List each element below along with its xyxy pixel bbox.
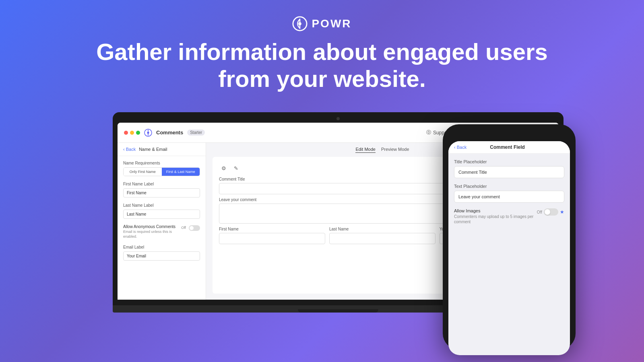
phone-images-toggle[interactable]: [544, 208, 558, 216]
only-first-btn[interactable]: Only First Name: [124, 168, 162, 176]
first-name-field-label: First Name Label: [123, 182, 200, 186]
allow-anonymous-group: Allow Anonymous Comments Email is requir…: [123, 224, 200, 239]
name-requirements-label: Name Requirements: [123, 161, 200, 165]
tl-red: [124, 131, 128, 135]
first-name-col: First Name: [219, 227, 325, 247]
phone-title-input[interactable]: [454, 166, 564, 178]
last-name-field-label: Last Name Label: [123, 203, 200, 208]
phone-text-input[interactable]: [454, 191, 564, 203]
phone-allow-images-labels: Allow Images Commenters may upload up to…: [454, 208, 537, 224]
phone-device: ‹ Back Comment Field Title Placeholder T…: [443, 124, 576, 350]
first-last-btn[interactable]: First & Last Name: [162, 168, 200, 176]
titlebar-left: Comments Starter: [124, 129, 205, 137]
phone-allow-images-label: Allow Images: [454, 208, 537, 213]
last-name-label-group: Last Name Label: [123, 203, 200, 219]
sidebar-section-title: Name & Email: [139, 147, 167, 152]
traffic-lights: [124, 131, 140, 135]
phone-content: Title Placeholder Text Placeholder Allow…: [448, 154, 570, 236]
phone-toggle-right: Off ★: [537, 208, 564, 216]
phone-star-icon: ★: [560, 209, 564, 215]
devices-container: Comments Starter ⓪ Support ⤴ Pu: [80, 112, 564, 321]
brand-name: POWR: [312, 17, 351, 30]
phone-header: ‹ Back Comment Field: [448, 141, 570, 154]
starter-badge: Starter: [187, 130, 205, 136]
last-name-input[interactable]: [123, 210, 200, 219]
phone-title-placeholder-label: Title Placeholder: [454, 159, 564, 164]
tl-yellow: [130, 131, 134, 135]
sidebar-header: ‹ Back Name & Email: [118, 143, 206, 156]
anonymous-off-label: Off: [181, 226, 186, 230]
phone-section-title: Comment Field: [490, 144, 525, 150]
email-label-group: Email Label: [123, 245, 200, 261]
email-field-label: Email Label: [123, 245, 200, 249]
back-chevron-icon: ‹: [123, 147, 125, 152]
phone-off-label: Off: [537, 210, 542, 214]
app-powr-icon: [144, 129, 152, 137]
edit-pencil-icon[interactable]: ✎: [231, 163, 241, 173]
headline: Gather information about engaged users f…: [80, 39, 564, 92]
phone-notch: [485, 130, 533, 139]
fn-col-label: First Name: [219, 227, 325, 231]
ln-col-label: Last Name: [329, 227, 436, 231]
preview-mode-tab[interactable]: Preview Mode: [381, 147, 409, 153]
phone-title-placeholder-group: Title Placeholder: [454, 159, 564, 178]
settings-gear-icon[interactable]: ⚙: [219, 163, 229, 173]
allow-anonymous-label-group: Allow Anonymous Comments Email is requir…: [123, 224, 178, 239]
phone-allow-images-group: Allow Images Commenters may upload up to…: [454, 208, 564, 224]
app-title: Comments: [156, 130, 183, 136]
support-icon: ⓪: [426, 129, 431, 136]
sidebar-content: Name Requirements Only First Name First …: [118, 156, 206, 271]
first-name-label-group: First Name Label: [123, 182, 200, 197]
tl-green: [136, 131, 140, 135]
anonymous-toggle[interactable]: [189, 225, 200, 231]
last-name-col: Last Name: [329, 227, 436, 247]
allow-anonymous-sublabel: Email is required unless this is enabled…: [123, 230, 178, 239]
allow-anonymous-label: Allow Anonymous Comments: [123, 224, 178, 229]
first-name-input[interactable]: [123, 188, 200, 197]
edit-mode-tab[interactable]: Edit Mode: [355, 147, 376, 153]
headline-line1: Gather information about engaged users: [96, 39, 547, 65]
phone-allow-images-sublabel: Commenters may upload up to 5 images per…: [454, 214, 537, 224]
phone-text-placeholder-label: Text Placeholder: [454, 184, 564, 189]
headline-line2: from your website.: [218, 66, 426, 92]
phone-back-link[interactable]: ‹ Back: [454, 145, 466, 150]
header: POWR Gather information about engaged us…: [0, 0, 644, 100]
allow-anonymous-row: Allow Anonymous Comments Email is requir…: [123, 224, 200, 239]
fn-col-input[interactable]: [219, 233, 325, 244]
email-input[interactable]: [123, 251, 200, 261]
ln-col-input[interactable]: [329, 233, 436, 244]
name-requirements-group: Name Requirements Only First Name First …: [123, 161, 200, 176]
name-toggle-group: Only First Name First & Last Name: [123, 167, 200, 176]
phone-screen: ‹ Back Comment Field Title Placeholder T…: [448, 141, 570, 355]
phone-allow-images-row: Allow Images Commenters may upload up to…: [454, 208, 564, 224]
powr-icon: [292, 16, 308, 31]
logo: POWR: [0, 16, 644, 31]
back-link[interactable]: ‹ Back: [123, 147, 136, 152]
phone-text-placeholder-group: Text Placeholder: [454, 184, 564, 203]
laptop-camera: [336, 117, 340, 120]
phone-back-chevron: ‹: [454, 145, 456, 150]
app-sidebar: ‹ Back Name & Email Name Requirements: [118, 143, 206, 300]
